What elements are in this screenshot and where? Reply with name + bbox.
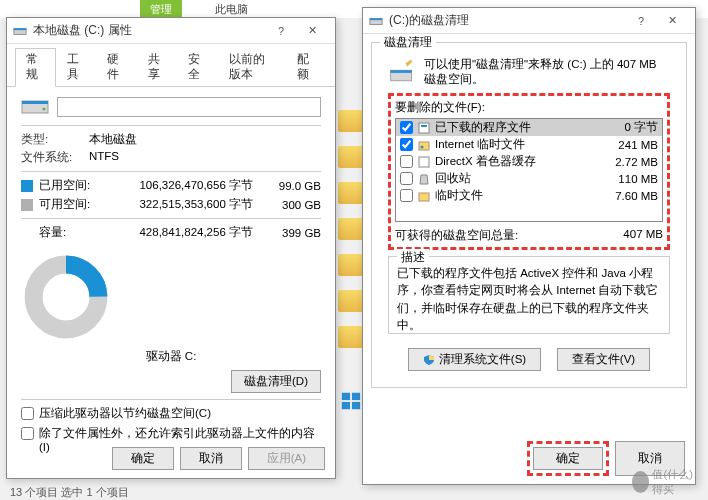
file-name: DirectX 着色器缓存 bbox=[435, 154, 615, 169]
disk-cleanup-button[interactable]: 磁盘清理(D) bbox=[231, 370, 321, 393]
drive-icon bbox=[13, 24, 27, 38]
tab-general[interactable]: 常规 bbox=[15, 48, 56, 87]
view-files-button[interactable]: 查看文件(V) bbox=[557, 348, 650, 371]
used-swatch bbox=[21, 180, 33, 192]
file-list-item[interactable]: DirectX 着色器缓存2.72 MB bbox=[396, 153, 662, 170]
clean-system-files-button[interactable]: 清理系统文件(S) bbox=[408, 348, 541, 371]
properties-dialog: 本地磁盘 (C:) 属性 ? ✕ 常规 工具 硬件 共享 安全 以前的版本 配额… bbox=[6, 17, 336, 479]
disk-cleanup-dialog: (C:)的磁盘清理 ? ✕ 磁盘清理 可以使用"磁盘清理"来释放 (C:) 上的… bbox=[362, 7, 696, 485]
file-name: Internet 临时文件 bbox=[435, 137, 618, 152]
status-bar: 13 个项目 选中 1 个项目 bbox=[10, 485, 129, 500]
gain-label: 可获得的磁盘空间总量: bbox=[395, 228, 518, 243]
close-button[interactable]: ✕ bbox=[295, 20, 329, 42]
svg-rect-16 bbox=[421, 125, 427, 127]
type-value: 本地磁盘 bbox=[89, 132, 137, 147]
drive-icon bbox=[369, 14, 383, 28]
help-button[interactable]: ? bbox=[267, 20, 295, 42]
compress-checkbox-row[interactable]: 压缩此驱动器以节约磁盘空间(C) bbox=[21, 406, 321, 421]
intro-text: 可以使用"磁盘清理"来释放 (C:) 上的 407 MB 磁盘空间。 bbox=[424, 57, 670, 87]
file-name: 临时文件 bbox=[435, 188, 615, 203]
ok-button[interactable]: 确定 bbox=[533, 447, 603, 470]
tab-sharing[interactable]: 共享 bbox=[137, 48, 178, 86]
fs-label: 文件系统: bbox=[21, 150, 89, 165]
file-type-icon bbox=[417, 138, 431, 152]
help-button[interactable]: ? bbox=[627, 10, 655, 32]
file-size: 2.72 MB bbox=[615, 156, 658, 168]
file-checkbox[interactable] bbox=[400, 189, 413, 202]
svg-rect-17 bbox=[419, 142, 429, 150]
file-name: 已下载的程序文件 bbox=[435, 120, 624, 135]
apply-button[interactable]: 应用(A) bbox=[248, 447, 325, 470]
close-button[interactable]: ✕ bbox=[655, 10, 689, 32]
svg-rect-7 bbox=[22, 101, 48, 104]
dialog-title: (C:)的磁盘清理 bbox=[389, 12, 627, 29]
svg-rect-20 bbox=[419, 193, 429, 201]
cancel-button[interactable]: 取消 bbox=[180, 447, 242, 470]
tab-tools[interactable]: 工具 bbox=[56, 48, 97, 86]
index-checkbox[interactable] bbox=[21, 427, 34, 440]
file-checkbox[interactable] bbox=[400, 155, 413, 168]
drive-large-icon bbox=[21, 97, 49, 117]
file-type-icon bbox=[417, 121, 431, 135]
file-list-item[interactable]: Internet 临时文件241 MB bbox=[396, 136, 662, 153]
free-swatch bbox=[21, 199, 33, 211]
file-type-icon bbox=[417, 155, 431, 169]
desc-text: 已下载的程序文件包括 ActiveX 控件和 Java 小程序，你查看特定网页时… bbox=[397, 265, 661, 334]
type-label: 类型: bbox=[21, 132, 89, 147]
free-gb: 300 GB bbox=[265, 199, 321, 211]
file-list-item[interactable]: 已下载的程序文件0 字节 bbox=[396, 119, 662, 136]
tab-quota[interactable]: 配额 bbox=[286, 48, 327, 86]
file-type-icon bbox=[417, 172, 431, 186]
files-to-delete-label: 要删除的文件(F): bbox=[395, 100, 663, 115]
tab-prev-versions[interactable]: 以前的版本 bbox=[218, 48, 286, 86]
volume-label-input[interactable] bbox=[57, 97, 321, 117]
gain-value: 407 MB bbox=[623, 228, 663, 243]
drive-letter-label: 驱动器 C: bbox=[21, 349, 321, 364]
svg-point-18 bbox=[421, 145, 424, 148]
used-bytes: 106,326,470,656 字节 bbox=[97, 178, 265, 193]
file-checkbox[interactable] bbox=[400, 121, 413, 134]
highlight-box: 要删除的文件(F): 已下载的程序文件0 字节Internet 临时文件241 … bbox=[388, 93, 670, 250]
file-type-icon bbox=[417, 189, 431, 203]
file-size: 7.60 MB bbox=[615, 190, 658, 202]
file-list-item[interactable]: 回收站110 MB bbox=[396, 170, 662, 187]
file-size: 110 MB bbox=[618, 173, 658, 185]
svg-rect-14 bbox=[391, 70, 412, 73]
svg-rect-3 bbox=[352, 402, 360, 409]
tab-security[interactable]: 安全 bbox=[177, 48, 218, 86]
file-checkbox[interactable] bbox=[400, 172, 413, 185]
cap-bytes: 428,841,824,256 字节 bbox=[97, 225, 265, 240]
group-title: 磁盘清理 bbox=[380, 35, 436, 50]
usage-donut-chart bbox=[21, 252, 111, 342]
free-label: 可用空间: bbox=[39, 197, 97, 212]
compress-checkbox[interactable] bbox=[21, 407, 34, 420]
file-list-item[interactable]: 临时文件7.60 MB bbox=[396, 187, 662, 204]
desc-title: 描述 bbox=[397, 249, 429, 266]
svg-rect-12 bbox=[370, 18, 382, 20]
watermark: 值(什么)得买 bbox=[632, 470, 702, 494]
used-label: 已用空间: bbox=[39, 178, 97, 193]
titlebar[interactable]: 本地磁盘 (C:) 属性 ? ✕ bbox=[7, 18, 335, 44]
file-size: 0 字节 bbox=[624, 120, 658, 135]
used-gb: 99.0 GB bbox=[265, 180, 321, 192]
file-size: 241 MB bbox=[618, 139, 658, 151]
cleanup-icon bbox=[388, 58, 416, 86]
shield-icon bbox=[423, 354, 435, 366]
svg-rect-5 bbox=[14, 28, 26, 30]
dialog-title: 本地磁盘 (C:) 属性 bbox=[33, 22, 267, 39]
titlebar[interactable]: (C:)的磁盘清理 ? ✕ bbox=[363, 8, 695, 34]
file-checkbox[interactable] bbox=[400, 138, 413, 151]
files-listbox[interactable]: 已下载的程序文件0 字节Internet 临时文件241 MBDirectX 着… bbox=[395, 118, 663, 222]
tab-strip: 常规 工具 硬件 共享 安全 以前的版本 配额 bbox=[7, 44, 335, 87]
svg-rect-19 bbox=[419, 157, 429, 167]
svg-rect-0 bbox=[342, 393, 350, 400]
cap-gb: 399 GB bbox=[265, 227, 321, 239]
ok-button[interactable]: 确定 bbox=[112, 447, 174, 470]
svg-rect-15 bbox=[419, 123, 429, 133]
cap-label: 容量: bbox=[39, 225, 97, 240]
tab-hardware[interactable]: 硬件 bbox=[96, 48, 137, 86]
svg-rect-1 bbox=[352, 393, 360, 400]
highlight-box-ok: 确定 bbox=[527, 441, 609, 476]
windows-icon bbox=[340, 390, 362, 412]
svg-rect-2 bbox=[342, 402, 350, 409]
